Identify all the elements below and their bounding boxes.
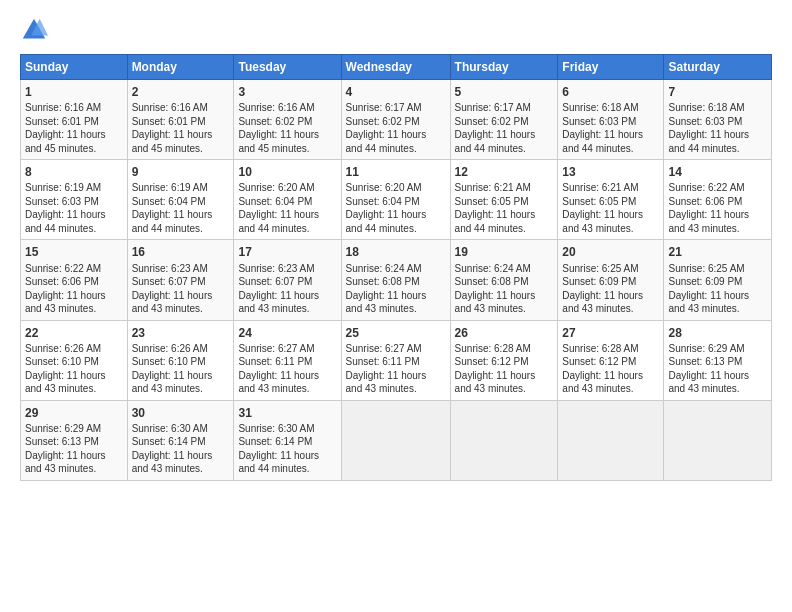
day-info: Sunrise: 6:27 AM Sunset: 6:11 PM Dayligh… — [346, 342, 446, 396]
day-info: Sunrise: 6:16 AM Sunset: 6:01 PM Dayligh… — [25, 101, 123, 155]
calendar-cell: 18Sunrise: 6:24 AM Sunset: 6:08 PM Dayli… — [341, 240, 450, 320]
day-info: Sunrise: 6:29 AM Sunset: 6:13 PM Dayligh… — [668, 342, 767, 396]
day-info: Sunrise: 6:16 AM Sunset: 6:02 PM Dayligh… — [238, 101, 336, 155]
calendar-cell: 1Sunrise: 6:16 AM Sunset: 6:01 PM Daylig… — [21, 80, 128, 160]
calendar-cell: 24Sunrise: 6:27 AM Sunset: 6:11 PM Dayli… — [234, 320, 341, 400]
day-number: 13 — [562, 164, 659, 180]
day-number: 1 — [25, 84, 123, 100]
day-number: 7 — [668, 84, 767, 100]
calendar-cell: 3Sunrise: 6:16 AM Sunset: 6:02 PM Daylig… — [234, 80, 341, 160]
day-number: 4 — [346, 84, 446, 100]
day-info: Sunrise: 6:26 AM Sunset: 6:10 PM Dayligh… — [132, 342, 230, 396]
calendar-cell — [664, 400, 772, 480]
day-info: Sunrise: 6:30 AM Sunset: 6:14 PM Dayligh… — [238, 422, 336, 476]
week-row-2: 8Sunrise: 6:19 AM Sunset: 6:03 PM Daylig… — [21, 160, 772, 240]
day-info: Sunrise: 6:18 AM Sunset: 6:03 PM Dayligh… — [668, 101, 767, 155]
week-row-1: 1Sunrise: 6:16 AM Sunset: 6:01 PM Daylig… — [21, 80, 772, 160]
day-number: 19 — [455, 244, 554, 260]
weekday-header-wednesday: Wednesday — [341, 55, 450, 80]
calendar-table: SundayMondayTuesdayWednesdayThursdayFrid… — [20, 54, 772, 481]
calendar-cell: 8Sunrise: 6:19 AM Sunset: 6:03 PM Daylig… — [21, 160, 128, 240]
day-info: Sunrise: 6:23 AM Sunset: 6:07 PM Dayligh… — [238, 262, 336, 316]
day-number: 6 — [562, 84, 659, 100]
weekday-header-friday: Friday — [558, 55, 664, 80]
calendar-cell: 22Sunrise: 6:26 AM Sunset: 6:10 PM Dayli… — [21, 320, 128, 400]
calendar-cell: 13Sunrise: 6:21 AM Sunset: 6:05 PM Dayli… — [558, 160, 664, 240]
day-number: 2 — [132, 84, 230, 100]
day-number: 22 — [25, 325, 123, 341]
day-number: 26 — [455, 325, 554, 341]
weekday-header-row: SundayMondayTuesdayWednesdayThursdayFrid… — [21, 55, 772, 80]
header — [20, 16, 772, 44]
calendar-cell: 23Sunrise: 6:26 AM Sunset: 6:10 PM Dayli… — [127, 320, 234, 400]
day-number: 29 — [25, 405, 123, 421]
calendar-cell: 7Sunrise: 6:18 AM Sunset: 6:03 PM Daylig… — [664, 80, 772, 160]
calendar-cell: 21Sunrise: 6:25 AM Sunset: 6:09 PM Dayli… — [664, 240, 772, 320]
day-info: Sunrise: 6:24 AM Sunset: 6:08 PM Dayligh… — [455, 262, 554, 316]
day-number: 20 — [562, 244, 659, 260]
weekday-header-monday: Monday — [127, 55, 234, 80]
day-info: Sunrise: 6:25 AM Sunset: 6:09 PM Dayligh… — [562, 262, 659, 316]
weekday-header-sunday: Sunday — [21, 55, 128, 80]
calendar-cell: 16Sunrise: 6:23 AM Sunset: 6:07 PM Dayli… — [127, 240, 234, 320]
day-info: Sunrise: 6:16 AM Sunset: 6:01 PM Dayligh… — [132, 101, 230, 155]
day-info: Sunrise: 6:27 AM Sunset: 6:11 PM Dayligh… — [238, 342, 336, 396]
calendar-cell: 20Sunrise: 6:25 AM Sunset: 6:09 PM Dayli… — [558, 240, 664, 320]
day-number: 3 — [238, 84, 336, 100]
calendar-cell: 19Sunrise: 6:24 AM Sunset: 6:08 PM Dayli… — [450, 240, 558, 320]
day-number: 11 — [346, 164, 446, 180]
day-number: 17 — [238, 244, 336, 260]
calendar-cell: 29Sunrise: 6:29 AM Sunset: 6:13 PM Dayli… — [21, 400, 128, 480]
weekday-header-saturday: Saturday — [664, 55, 772, 80]
day-number: 30 — [132, 405, 230, 421]
day-info: Sunrise: 6:22 AM Sunset: 6:06 PM Dayligh… — [668, 181, 767, 235]
calendar-cell: 9Sunrise: 6:19 AM Sunset: 6:04 PM Daylig… — [127, 160, 234, 240]
calendar-cell: 31Sunrise: 6:30 AM Sunset: 6:14 PM Dayli… — [234, 400, 341, 480]
weekday-header-thursday: Thursday — [450, 55, 558, 80]
calendar-cell: 10Sunrise: 6:20 AM Sunset: 6:04 PM Dayli… — [234, 160, 341, 240]
week-row-4: 22Sunrise: 6:26 AM Sunset: 6:10 PM Dayli… — [21, 320, 772, 400]
day-info: Sunrise: 6:19 AM Sunset: 6:03 PM Dayligh… — [25, 181, 123, 235]
week-row-3: 15Sunrise: 6:22 AM Sunset: 6:06 PM Dayli… — [21, 240, 772, 320]
calendar-cell — [450, 400, 558, 480]
day-info: Sunrise: 6:30 AM Sunset: 6:14 PM Dayligh… — [132, 422, 230, 476]
calendar-cell — [341, 400, 450, 480]
calendar-cell: 11Sunrise: 6:20 AM Sunset: 6:04 PM Dayli… — [341, 160, 450, 240]
day-number: 18 — [346, 244, 446, 260]
calendar-cell: 27Sunrise: 6:28 AM Sunset: 6:12 PM Dayli… — [558, 320, 664, 400]
day-number: 15 — [25, 244, 123, 260]
day-number: 16 — [132, 244, 230, 260]
calendar-cell: 26Sunrise: 6:28 AM Sunset: 6:12 PM Dayli… — [450, 320, 558, 400]
day-number: 31 — [238, 405, 336, 421]
weekday-header-tuesday: Tuesday — [234, 55, 341, 80]
day-info: Sunrise: 6:24 AM Sunset: 6:08 PM Dayligh… — [346, 262, 446, 316]
day-number: 9 — [132, 164, 230, 180]
day-number: 27 — [562, 325, 659, 341]
page: SundayMondayTuesdayWednesdayThursdayFrid… — [0, 0, 792, 612]
logo-icon — [20, 16, 48, 44]
calendar-cell: 5Sunrise: 6:17 AM Sunset: 6:02 PM Daylig… — [450, 80, 558, 160]
calendar-cell: 17Sunrise: 6:23 AM Sunset: 6:07 PM Dayli… — [234, 240, 341, 320]
calendar-cell: 28Sunrise: 6:29 AM Sunset: 6:13 PM Dayli… — [664, 320, 772, 400]
day-info: Sunrise: 6:28 AM Sunset: 6:12 PM Dayligh… — [455, 342, 554, 396]
day-number: 14 — [668, 164, 767, 180]
calendar-cell: 15Sunrise: 6:22 AM Sunset: 6:06 PM Dayli… — [21, 240, 128, 320]
day-info: Sunrise: 6:19 AM Sunset: 6:04 PM Dayligh… — [132, 181, 230, 235]
calendar-cell: 4Sunrise: 6:17 AM Sunset: 6:02 PM Daylig… — [341, 80, 450, 160]
day-info: Sunrise: 6:23 AM Sunset: 6:07 PM Dayligh… — [132, 262, 230, 316]
day-number: 12 — [455, 164, 554, 180]
day-info: Sunrise: 6:18 AM Sunset: 6:03 PM Dayligh… — [562, 101, 659, 155]
day-info: Sunrise: 6:26 AM Sunset: 6:10 PM Dayligh… — [25, 342, 123, 396]
calendar-cell: 12Sunrise: 6:21 AM Sunset: 6:05 PM Dayli… — [450, 160, 558, 240]
day-info: Sunrise: 6:28 AM Sunset: 6:12 PM Dayligh… — [562, 342, 659, 396]
calendar-cell: 2Sunrise: 6:16 AM Sunset: 6:01 PM Daylig… — [127, 80, 234, 160]
day-number: 21 — [668, 244, 767, 260]
day-info: Sunrise: 6:29 AM Sunset: 6:13 PM Dayligh… — [25, 422, 123, 476]
calendar-cell: 6Sunrise: 6:18 AM Sunset: 6:03 PM Daylig… — [558, 80, 664, 160]
day-info: Sunrise: 6:17 AM Sunset: 6:02 PM Dayligh… — [346, 101, 446, 155]
day-info: Sunrise: 6:20 AM Sunset: 6:04 PM Dayligh… — [238, 181, 336, 235]
day-info: Sunrise: 6:22 AM Sunset: 6:06 PM Dayligh… — [25, 262, 123, 316]
day-info: Sunrise: 6:21 AM Sunset: 6:05 PM Dayligh… — [562, 181, 659, 235]
day-number: 10 — [238, 164, 336, 180]
day-info: Sunrise: 6:17 AM Sunset: 6:02 PM Dayligh… — [455, 101, 554, 155]
